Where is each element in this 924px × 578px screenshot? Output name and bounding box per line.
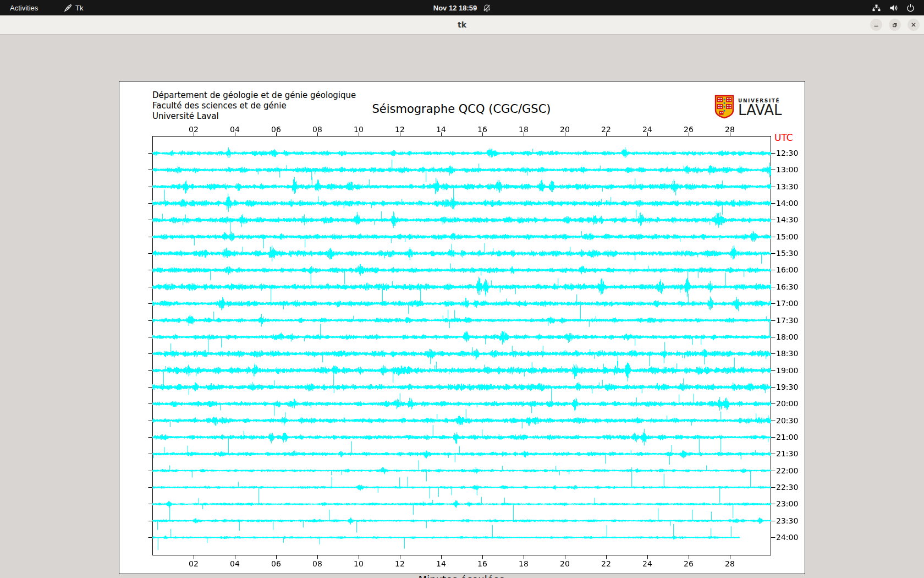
x-axis-title: Minutes écoulées: [419, 574, 505, 578]
utc-time-label: 19:30: [776, 383, 798, 391]
x-tick-label-top: 16: [477, 125, 487, 134]
universite-laval-logo: UNIVERSITÉ LAVAL: [714, 95, 782, 121]
x-tick-label-top: 02: [189, 125, 199, 134]
seismogram-plot: [146, 129, 778, 562]
activities-button[interactable]: Activities: [10, 0, 38, 15]
utc-time-label: 24:00: [776, 533, 798, 542]
x-tick-label-top: 08: [312, 125, 322, 134]
activities-label: Activities: [10, 4, 38, 12]
x-tick-label-top: 28: [725, 125, 735, 134]
x-tick-label-bottom: 12: [395, 559, 405, 568]
utc-time-label: 22:00: [776, 466, 798, 475]
tk-feather-icon: [64, 4, 72, 12]
window-titlebar[interactable]: tk: [0, 15, 924, 35]
utc-time-label: 17:30: [776, 316, 798, 325]
minimize-icon: [873, 21, 879, 28]
bell-muted-icon: [482, 4, 491, 12]
x-tick-label-bottom: 06: [271, 559, 281, 568]
clock-label: Nov 12 18:59: [433, 4, 477, 12]
restore-icon: [892, 21, 898, 28]
minimize-button[interactable]: [870, 19, 882, 31]
utc-time-label: 23:30: [776, 516, 798, 525]
network-wired-icon: [872, 3, 881, 13]
tk-window-background: Département de géologie et de génie géol…: [0, 35, 924, 578]
x-tick-label-bottom: 14: [436, 559, 446, 568]
x-tick-label-bottom: 26: [684, 559, 694, 568]
x-tick-label-bottom: 18: [519, 559, 529, 568]
clock-menu[interactable]: Nov 12 18:59: [433, 0, 491, 15]
x-tick-label-top: 12: [395, 125, 405, 134]
x-tick-label-bottom: 10: [354, 559, 364, 568]
x-tick-label-top: 26: [684, 125, 694, 134]
x-tick-label-top: 10: [354, 125, 364, 134]
x-tick-label-top: 22: [601, 125, 611, 134]
utc-time-label: 16:30: [776, 282, 798, 291]
close-button[interactable]: [908, 19, 920, 31]
utc-time-label: 21:00: [776, 433, 798, 441]
utc-time-label: 17:00: [776, 299, 798, 308]
top-bar: Activities Tk Nov 12 18:59: [0, 0, 924, 15]
utc-time-label: 22:30: [776, 483, 798, 492]
institution-header: Département de géologie et de génie géol…: [152, 90, 356, 122]
x-tick-label-bottom: 08: [312, 559, 322, 568]
x-tick-label-top: 24: [642, 125, 652, 134]
utc-time-label: 13:00: [776, 165, 798, 174]
utc-time-label: 14:00: [776, 199, 798, 208]
x-tick-label-bottom: 20: [560, 559, 570, 568]
utc-time-label: 15:30: [776, 249, 798, 258]
utc-time-label: 21:30: [776, 449, 798, 458]
x-tick-label-bottom: 24: [642, 559, 652, 568]
laval-shield-icon: [714, 95, 734, 121]
utc-time-label: 23:00: [776, 499, 798, 508]
x-tick-label-bottom: 16: [477, 559, 487, 568]
utc-time-label: 12:30: [776, 149, 798, 157]
utc-time-label: 16:00: [776, 265, 798, 274]
volume-icon: [889, 3, 898, 13]
app-indicator[interactable]: Tk: [64, 0, 83, 15]
utc-time-label: 18:00: [776, 332, 798, 341]
institution-line: Faculté des sciences et de génie: [152, 101, 356, 111]
utc-time-label: 18:30: [776, 349, 798, 358]
x-tick-label-bottom: 02: [189, 559, 199, 568]
utc-time-label: 20:30: [776, 416, 798, 425]
laval-logo-text: UNIVERSITÉ LAVAL: [738, 98, 782, 117]
x-tick-label-top: 20: [560, 125, 570, 134]
power-icon: [906, 3, 915, 13]
close-icon: [910, 21, 917, 28]
x-tick-label-top: 18: [519, 125, 529, 134]
figure-title: Séismographe QCQ (CGC/GSC): [372, 102, 551, 116]
laval-logo-laval: LAVAL: [738, 103, 782, 117]
restore-button[interactable]: [889, 19, 901, 31]
x-tick-label-bottom: 04: [230, 559, 240, 568]
x-tick-label-top: 14: [436, 125, 446, 134]
seismograph-figure: Département de géologie et de génie géol…: [119, 81, 805, 574]
utc-time-label: 13:30: [776, 182, 798, 191]
utc-time-label: 14:30: [776, 215, 798, 224]
app-indicator-label: Tk: [75, 4, 83, 12]
utc-time-label: 20:00: [776, 399, 798, 408]
utc-time-label: 19:00: [776, 366, 798, 375]
x-tick-label-bottom: 22: [601, 559, 611, 568]
system-status-area[interactable]: [872, 0, 915, 15]
window-title: tk: [0, 15, 924, 34]
institution-line: Université Laval: [152, 111, 356, 122]
x-tick-label-bottom: 28: [725, 559, 735, 568]
institution-line: Département de géologie et de génie géol…: [152, 90, 356, 101]
utc-time-label: 15:00: [776, 232, 798, 241]
x-tick-label-top: 04: [230, 125, 240, 134]
x-tick-label-top: 06: [271, 125, 281, 134]
